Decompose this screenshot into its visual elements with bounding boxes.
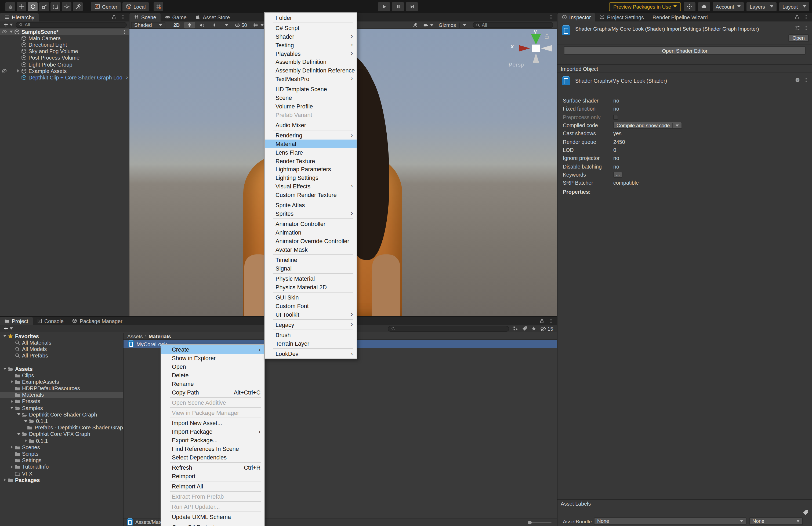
hierarchy-item-main-camera[interactable]: Main Camera — [0, 35, 129, 41]
collab-debug-button[interactable] — [683, 2, 695, 11]
lock-icon[interactable] — [539, 318, 545, 324]
context-menu-item-update-uxml-schema[interactable]: Update UXML Schema — [161, 513, 264, 521]
lock-icon[interactable] — [794, 15, 800, 20]
context-menu-item-import-package[interactable]: Import Package› — [161, 427, 264, 436]
project-hidden-count[interactable]: 15 — [540, 326, 555, 331]
tab-package-manager[interactable]: Package Manager — [68, 317, 127, 325]
assetbundle-dropdown[interactable]: None — [594, 517, 746, 525]
project-tree-item-all-materials[interactable]: All Materials — [0, 339, 123, 346]
tab-project[interactable]: Project — [0, 317, 32, 325]
context-menu-item-create[interactable]: Create› — [161, 345, 264, 354]
create-menu-item-avatar-mask[interactable]: Avatar Mask — [265, 245, 357, 254]
hierarchy-search-input[interactable]: All — [16, 22, 127, 28]
create-menu-item-textmeshpro[interactable]: TextMeshPro› — [265, 75, 357, 83]
thumbnail-size-slider[interactable] — [528, 522, 552, 523]
open-button[interactable]: Open — [788, 34, 809, 42]
preprocess-only-checkbox[interactable] — [613, 115, 618, 119]
context-menu-item-import-new-asset[interactable]: Import New Asset... — [161, 419, 264, 427]
hierarchy-item-post-process-volume[interactable]: Post Process Volume — [0, 55, 129, 61]
project-tree-item-0-1-1[interactable]: 0.1.1 — [0, 418, 123, 424]
create-menu-item-render-texture[interactable]: Render Texture — [265, 156, 357, 165]
create-menu-item-lookdev[interactable]: LookDev› — [265, 350, 357, 358]
tab-asset-store[interactable]: Asset Store — [191, 13, 234, 21]
hierarchy-item-light-probe-group[interactable]: Light Probe Group — [0, 61, 129, 67]
create-menu-item-assembly-definition-reference[interactable]: Assembly Definition Reference — [265, 66, 357, 75]
create-menu-item-custom-render-texture[interactable]: Custom Render Texture — [265, 191, 357, 199]
grid-snap-button[interactable] — [154, 2, 163, 11]
cloud-button[interactable] — [698, 2, 710, 11]
create-menu-item-animation[interactable]: Animation — [265, 228, 357, 237]
favorites-star-icon[interactable] — [532, 326, 537, 331]
tab-game[interactable]: Game — [161, 13, 191, 21]
effects-dropdown-button[interactable] — [209, 22, 231, 28]
move-tool-button[interactable] — [17, 2, 26, 11]
scene-search-input[interactable]: All — [473, 22, 553, 28]
create-menu-item-physic-material[interactable]: Physic Material — [265, 274, 357, 283]
create-menu-item-shader[interactable]: Shader› — [265, 32, 357, 41]
presets-icon[interactable] — [795, 25, 800, 31]
keywords-button[interactable]: ... — [613, 171, 622, 178]
layers-dropdown[interactable]: Layers — [746, 2, 777, 11]
search-by-type-icon[interactable] — [513, 326, 519, 331]
create-menu-item-sprite-atlas[interactable]: Sprite Atlas — [265, 201, 357, 209]
hierarchy-create-button[interactable] — [2, 22, 14, 27]
create-menu-item-audio-mixer[interactable]: Audio Mixer — [265, 121, 357, 129]
create-menu-item-visual-effects[interactable]: Visual Effects› — [265, 182, 357, 191]
context-menu-item-copy-path[interactable]: Copy PathAlt+Ctrl+C — [161, 388, 264, 397]
rect-tool-button[interactable] — [50, 2, 60, 11]
step-button[interactable] — [406, 2, 418, 11]
prefab-open-chevron[interactable]: › — [126, 75, 128, 80]
hierarchy-item-directional-light[interactable]: Directional Light — [0, 42, 129, 48]
project-search-input[interactable] — [388, 326, 509, 331]
context-menu-item-refresh[interactable]: RefreshCtrl+R — [161, 463, 264, 472]
assetbundle-variant-dropdown[interactable]: None — [749, 517, 803, 525]
transform-tool-button[interactable] — [62, 2, 71, 11]
create-menu-item-c-script[interactable]: C# Script — [265, 24, 357, 32]
shading-mode-dropdown[interactable]: Shaded — [131, 22, 165, 28]
project-tree-item-exampleassets[interactable]: ExampleAssets — [0, 379, 123, 385]
scale-tool-button[interactable] — [39, 2, 49, 11]
create-menu-item-lighting-settings[interactable]: Lighting Settings — [265, 174, 357, 182]
scene-tools-button[interactable] — [410, 22, 420, 28]
create-menu-item-assembly-definition[interactable]: Assembly Definition — [265, 58, 357, 66]
kebab-menu-icon[interactable] — [803, 25, 809, 31]
context-menu-item-reimport-all[interactable]: Reimport All — [161, 482, 264, 491]
pivot-center-button[interactable]: Center — [91, 2, 120, 11]
hierarchy-item-sky-and-fog-volume[interactable]: Sky and Fog Volume — [0, 48, 129, 55]
project-tree-item-presets[interactable]: Presets — [0, 398, 123, 405]
project-tree-item-tutorialinfo[interactable]: TutorialInfo — [0, 464, 123, 470]
project-tree-item-favorites[interactable]: Favorites — [0, 333, 123, 339]
project-tree-item-depthkit-core-vfx-graph[interactable]: Depthkit Core VFX Graph — [0, 431, 123, 437]
project-tree-item-hdrpdefaultresources[interactable]: HDRPDefaultResources — [0, 385, 123, 392]
hierarchy-item-example-assets[interactable]: Example Assets — [0, 67, 129, 74]
project-tree-item-assets[interactable]: Assets — [0, 365, 123, 372]
create-menu-item-animator-override-controller[interactable]: Animator Override Controller — [265, 237, 357, 245]
pivot-local-button[interactable]: Local — [122, 2, 149, 11]
tab-inspector[interactable]: Inspector — [557, 13, 595, 21]
create-menu-item-physics-material-2d[interactable]: Physics Material 2D — [265, 283, 357, 291]
create-menu-item-signal[interactable]: Signal — [265, 264, 357, 272]
kebab-menu-icon[interactable] — [548, 318, 554, 324]
context-menu-item-open-c-project[interactable]: Open C# Project — [161, 523, 264, 526]
create-menu-item-timeline[interactable]: Timeline — [265, 255, 357, 264]
create-menu-item-sprites[interactable]: Sprites› — [265, 209, 357, 218]
scene-hidden-count[interactable]: 50 — [232, 22, 249, 28]
create-menu-item-hd-template-scene[interactable]: HD Template Scene — [265, 85, 357, 94]
audio-toggle-button[interactable] — [196, 22, 207, 28]
search-by-label-icon[interactable] — [522, 326, 528, 331]
kebab-menu-icon[interactable] — [120, 15, 126, 20]
2d-toggle-button[interactable]: 2D — [171, 22, 182, 28]
rotate-tool-button[interactable] — [28, 2, 38, 11]
preview-packages-button[interactable]: Preview Packages in Use — [609, 2, 681, 11]
project-create-button[interactable] — [2, 326, 14, 331]
context-menu-item-reimport[interactable]: Reimport — [161, 472, 264, 480]
tab-render-pipeline-wizard[interactable]: Render Pipeline Wizard — [648, 13, 712, 21]
breadcrumb-current[interactable]: Materials — [149, 333, 171, 339]
hierarchy-item-samplescene[interactable]: SampleScene* — [0, 28, 129, 35]
account-dropdown[interactable]: Account — [712, 2, 744, 11]
create-menu-item-gui-skin[interactable]: GUI Skin — [265, 293, 357, 302]
lock-icon[interactable] — [111, 15, 117, 20]
play-button[interactable] — [378, 2, 390, 11]
tag-icon[interactable] — [802, 509, 809, 516]
project-tree-item-scripts[interactable]: Scripts — [0, 451, 123, 457]
